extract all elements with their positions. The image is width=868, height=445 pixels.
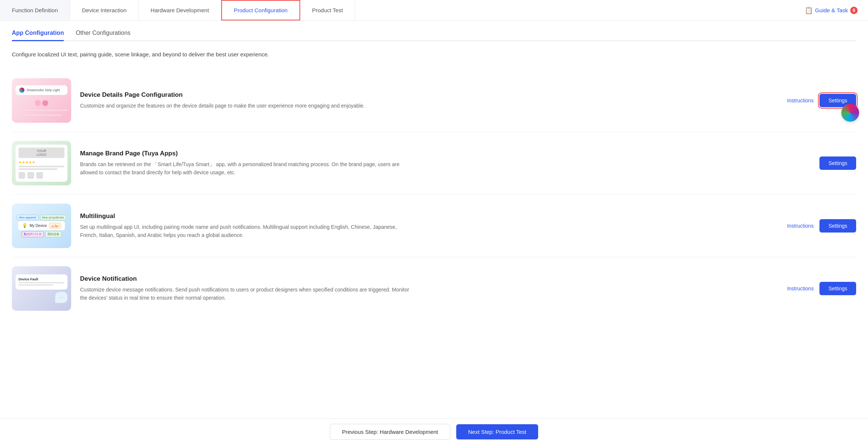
config-title-multilingual: Multilingual — [80, 212, 771, 220]
config-actions-device-notification: Instructions Settings — [787, 282, 856, 295]
config-actions-brand-page: Settings — [819, 156, 856, 170]
mock-lang-badge-ar: جهازي — [49, 223, 61, 228]
mock-icon-1 — [19, 172, 25, 179]
mock-logo: YOURLOGO — [19, 148, 64, 158]
top-navigation: Function Definition Device Interaction H… — [0, 0, 868, 21]
config-desc-device-notification: Customize device message notifications. … — [80, 286, 414, 302]
guide-icon: 📋 — [805, 6, 813, 14]
mock-device-icon — [19, 88, 24, 93]
config-item-device-details: Dreamcolor Strip Light Device Details Pa… — [12, 69, 856, 132]
settings-button-brand-page[interactable]: Settings — [819, 156, 856, 170]
instructions-button-device-notification[interactable]: Instructions — [787, 286, 814, 291]
tab-product-configuration[interactable]: Product Configuration — [221, 0, 300, 20]
mock-device-header: Dreamcolor Strip Light — [16, 85, 67, 95]
mock-bar — [16, 110, 67, 111]
mock-lang-badge-ru: Мое устройство — [40, 215, 66, 220]
mock-device-dots — [35, 100, 48, 106]
tab-device-interaction[interactable]: Device Interaction — [70, 0, 139, 20]
instructions-button-device-details[interactable]: Instructions — [787, 98, 814, 103]
mock-notif-line-2 — [19, 284, 53, 286]
guide-task-button[interactable]: 📋 Guide & Task 6 — [794, 6, 868, 14]
mock-notif-card: Device Fault — [16, 274, 67, 290]
floating-rainbow-icon[interactable] — [841, 104, 859, 122]
mock-brand-card: YOURLOGO ★★★★★ — [16, 145, 67, 182]
config-desc-multilingual: Set up multilingual app UI, including pa… — [80, 223, 414, 240]
config-desc-brand-page: Brands can be retrieved on the 「Smart Li… — [80, 160, 414, 177]
mock-bulb-icon: 💡 — [22, 223, 27, 228]
mock-bar-2 — [21, 115, 62, 116]
config-item-brand-page: YOURLOGO ★★★★★ Manage Brand Page (Tuya A… — [12, 132, 856, 195]
config-title-brand-page: Manage Brand Page (Tuya Apps) — [80, 150, 803, 157]
config-image-notification: Device Fault ··· — [12, 266, 71, 311]
settings-button-multilingual[interactable]: Settings — [819, 219, 856, 233]
config-image-brand: YOURLOGO ★★★★★ — [12, 141, 71, 185]
config-actions-multilingual: Instructions Settings — [787, 219, 856, 233]
main-content: App Configuration Other Configurations C… — [0, 21, 868, 418]
page-description: Configure localized UI text, pairing gui… — [12, 50, 856, 59]
config-item-device-notification: Device Fault ··· Device Notification Cus… — [12, 257, 856, 320]
sub-tab-app-configuration[interactable]: App Configuration — [12, 30, 64, 41]
mock-icons — [19, 172, 64, 179]
mock-lines — [19, 166, 64, 170]
config-list: Dreamcolor Strip Light Device Details Pa… — [12, 69, 856, 320]
config-desc-device-details: Customize and organize the features on t… — [80, 102, 414, 110]
mock-lang-device: 💡 My Device جهازي — [18, 221, 65, 230]
config-image-multilingual: Mon appareil Мое устройство 💡 My Device … — [12, 204, 71, 248]
config-content-device-notification: Device Notification Customize device mes… — [80, 275, 771, 302]
tab-product-test[interactable]: Product Test — [300, 0, 355, 20]
mock-notif-line-1 — [19, 282, 64, 283]
task-count-badge: 6 — [850, 7, 858, 14]
settings-button-device-notification[interactable]: Settings — [819, 282, 856, 295]
mock-line-1 — [19, 166, 64, 167]
mock-chat-area: ··· — [16, 292, 67, 303]
three-dots-icon: ··· — [59, 294, 64, 300]
mock-chat-bubble: ··· — [55, 292, 67, 303]
tab-function-definition[interactable]: Function Definition — [0, 0, 70, 20]
sub-tab-bar: App Configuration Other Configurations — [12, 30, 856, 41]
config-image-device-details: Dreamcolor Strip Light — [12, 78, 71, 123]
tab-hardware-development[interactable]: Hardware Development — [139, 0, 221, 20]
mock-dot-2 — [42, 100, 48, 106]
mock-notif-title: Device Fault — [19, 277, 64, 281]
mock-icon-3 — [36, 172, 43, 179]
mock-line-2 — [19, 168, 57, 170]
mock-icon-2 — [27, 172, 34, 179]
instructions-button-multilingual[interactable]: Instructions — [787, 223, 814, 229]
config-content-device-details: Device Details Page Configuration Custom… — [80, 91, 771, 110]
mock-lang-row-1: Mon appareil Мое устройство — [17, 215, 66, 220]
config-title-device-details: Device Details Page Configuration — [80, 91, 771, 99]
sub-tab-other-configurations[interactable]: Other Configurations — [76, 30, 130, 41]
config-content-multilingual: Multilingual Set up multilingual app UI,… — [80, 212, 771, 240]
config-content-brand-page: Manage Brand Page (Tuya Apps) Brands can… — [80, 150, 803, 177]
mock-lang-badge-ja: 私のデバイス — [21, 231, 44, 237]
mock-lang-badge-fr: Mon appareil — [17, 215, 38, 220]
config-item-multilingual: Mon appareil Мое устройство 💡 My Device … — [12, 195, 856, 257]
mock-lang-row-2: 私のデバイス 我的设备 — [21, 231, 62, 237]
mock-stars: ★★★★★ — [19, 160, 64, 164]
mock-dot-1 — [35, 100, 41, 106]
mock-lang-badge-zh: 我的设备 — [45, 231, 62, 237]
config-title-device-notification: Device Notification — [80, 275, 771, 283]
